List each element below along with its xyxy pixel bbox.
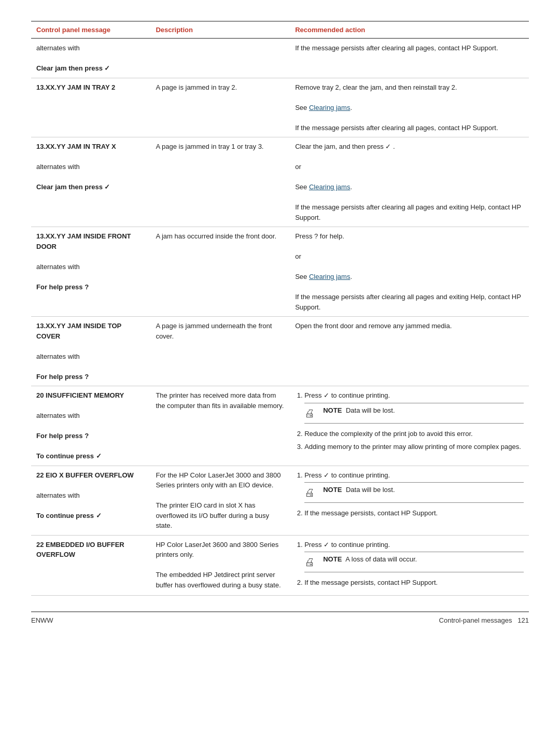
description-text: The printer has received more data from … [156,391,284,410]
note-box: 🖨NOTE Data will be lost. [304,482,524,503]
control-text: Clear jam then press ✓ [36,64,110,72]
note-box: 🖨NOTE A loss of data will occur. [304,552,524,572]
action-list: Press ✓ to continue printing.🖨NOTE Data … [295,470,524,518]
control-text: Clear jam then press ✓ [36,183,110,191]
action-list: Press ✓ to continue printing.🖨NOTE Data … [295,390,524,452]
control-text: alternates with [36,353,80,360]
table-row: 13.XX.YY JAM INSIDE TOP COVERalternates … [31,317,529,386]
control-text: For help press ? [36,373,89,381]
action-text: If the message persists after clearing a… [295,203,521,221]
table-row: 13.XX.YY JAM IN TRAY 2A page is jammed i… [31,78,529,137]
control-text: To continue press ✓ [36,512,102,519]
control-cell: 22 EIO X BUFFER OVERFLOWalternates withT… [31,466,150,535]
action-text: . [350,183,352,191]
action-text: Open the front door and remove any jamme… [295,322,452,330]
action-text: Adding memory to the printer may allow p… [304,443,521,451]
footer-left: ENWW [31,616,53,624]
action-text: Press ? for help. [295,232,344,240]
action-text: If the message persists after clearing a… [295,44,498,52]
note-content: NOTE Data will be lost. [323,405,395,416]
list-item: Reduce the complexity of the print job t… [304,429,524,439]
control-cell: 13.XX.YY JAM INSIDE TOP COVERalternates … [31,317,150,386]
control-text: For help press ? [36,283,89,291]
note-text: A loss of data will occur. [344,555,417,563]
note-label: NOTE [323,555,342,563]
main-table: Control panel message Description Recomm… [31,21,529,596]
table-row: 13.XX.YY JAM IN TRAY Xalternates withCle… [31,137,529,227]
description-text: A page is jammed in tray 2. [156,83,237,91]
action-text: or [295,252,301,260]
clearing-jams-link[interactable]: Clearing jams [309,273,350,280]
action-text: Press ✓ to continue printing. [304,391,390,399]
control-text: 13.XX.YY JAM INSIDE TOP COVER [36,322,121,340]
description-cell: A page is jammed underneath the front co… [150,317,290,386]
action-cell: Press ✓ to continue printing.🖨NOTE Data … [290,386,529,466]
note-icon: 🖨 [304,485,319,500]
control-text: alternates with [36,263,80,271]
action-cell: Clear the jam, and then press ✓ .orSee C… [290,137,529,227]
action-text: Press ✓ to continue printing. [304,471,390,479]
table-row: 13.XX.YY JAM INSIDE FRONT DOORalternates… [31,227,529,317]
control-cell: 13.XX.YY JAM INSIDE FRONT DOORalternates… [31,227,150,317]
action-text: See [295,183,309,191]
col-header-action: Recommended action [290,21,529,38]
clearing-jams-link[interactable]: Clearing jams [309,183,350,191]
footer-right: Control-panel messages 121 [439,616,529,624]
control-text: alternates with [36,44,80,52]
note-content: NOTE A loss of data will occur. [323,554,417,565]
description-text: HP Color LaserJet 3600 and 3800 Series p… [156,541,278,559]
control-cell: alternates withClear jam then press ✓ [31,38,150,78]
control-text: 13.XX.YY JAM IN TRAY X [36,143,116,150]
col-header-description: Description [150,21,290,38]
description-cell: HP Color LaserJet 3600 and 3800 Series p… [150,535,290,595]
action-cell: Remove tray 2, clear the jam, and then r… [290,78,529,137]
action-text: Reduce the complexity of the print job t… [304,430,472,438]
note-label: NOTE [323,486,342,494]
list-item: Press ✓ to continue printing.🖨NOTE Data … [304,470,524,505]
action-text: . [350,273,352,280]
description-text: The embedded HP Jetdirect print server b… [156,571,281,589]
description-text: For the HP Color LaserJet 3000 and 3800 … [156,471,281,489]
action-text: Press ✓ to continue printing. [304,541,390,549]
note-label: NOTE [323,406,342,414]
control-text: 22 EMBEDDED I/O BUFFER OVERFLOW [36,541,124,559]
control-text: alternates with [36,491,80,499]
action-text: See [295,273,309,280]
description-text: The printer EIO card in slot X has overf… [156,501,269,529]
control-text: 20 INSUFFICIENT MEMORY [36,391,124,399]
description-cell: The printer has received more data from … [150,386,290,466]
action-list: Press ✓ to continue printing.🖨NOTE A los… [295,540,524,588]
control-text: 22 EIO X BUFFER OVERFLOW [36,471,134,479]
action-text: If the message persists after clearing a… [295,124,498,132]
action-text: Clear the jam, and then press ✓ . [295,143,395,150]
page-footer: ENWW Control-panel messages 121 [31,611,529,624]
action-cell: Press ✓ to continue printing.🖨NOTE A los… [290,535,529,595]
description-cell [150,38,290,78]
note-icon: 🖨 [304,405,319,421]
action-text: If the message persists after clearing a… [295,293,521,311]
page-container: Control panel message Description Recomm… [31,21,529,624]
action-cell: Open the front door and remove any jamme… [290,317,529,386]
description-text: A page is jammed in tray 1 or tray 3. [156,143,263,150]
description-cell: For the HP Color LaserJet 3000 and 3800 … [150,466,290,535]
control-cell: 13.XX.YY JAM IN TRAY Xalternates withCle… [31,137,150,227]
clearing-jams-link[interactable]: Clearing jams [309,104,350,111]
list-item: Adding memory to the printer may allow p… [304,442,524,452]
table-row: alternates withClear jam then press ✓If … [31,38,529,78]
action-text: See [295,104,309,111]
table-row: 22 EMBEDDED I/O BUFFER OVERFLOWHP Color … [31,535,529,595]
control-cell: 13.XX.YY JAM IN TRAY 2 [31,78,150,137]
action-text: If the message persists, contact HP Supp… [304,579,438,586]
description-text: A page is jammed underneath the front co… [156,322,272,340]
action-cell: If the message persists after clearing a… [290,38,529,78]
action-text: . [350,104,352,111]
description-cell: A page is jammed in tray 1 or tray 3. [150,137,290,227]
control-text: For help press ? [36,432,89,440]
action-text: Remove tray 2, clear the jam, and then r… [295,83,457,91]
control-text: 13.XX.YY JAM INSIDE FRONT DOOR [36,232,131,250]
control-text: 13.XX.YY JAM IN TRAY 2 [36,83,115,91]
control-text: alternates with [36,412,80,419]
list-item: Press ✓ to continue printing.🖨NOTE A los… [304,540,524,575]
action-cell: Press ? for help.orSee Clearing jams.If … [290,227,529,317]
note-text: Data will be lost. [344,486,395,494]
